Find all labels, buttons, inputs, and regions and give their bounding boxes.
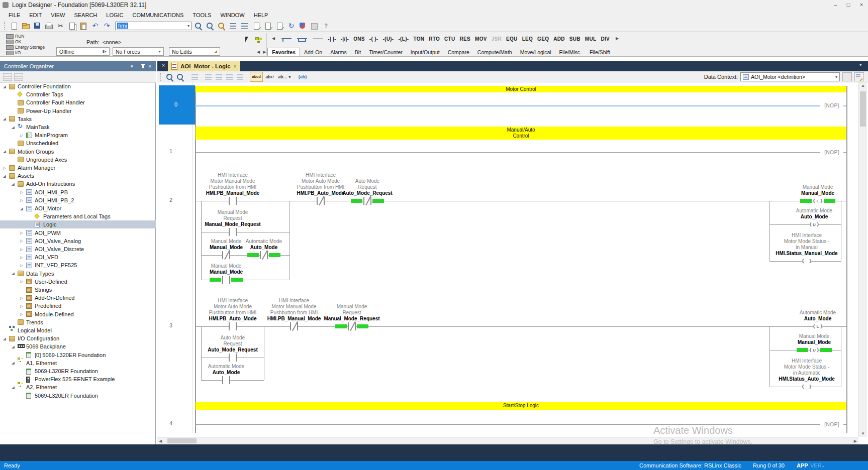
pin-icon[interactable]: [142, 64, 144, 68]
save-icon[interactable]: [32, 21, 43, 31]
instruction-equ[interactable]: EQU: [506, 36, 518, 42]
palette-tab-compare[interactable]: Compare: [444, 48, 473, 56]
path-value[interactable]: <none>: [103, 39, 121, 45]
tree-item-mainprogram[interactable]: ▷MainProgram: [0, 131, 156, 139]
copy-icon[interactable]: [67, 21, 77, 31]
tree-expanded-icon[interactable]: ◢: [11, 361, 16, 365]
scroll-left-icon[interactable]: ◀: [159, 439, 162, 443]
instruction-[interactable]: -| |-: [328, 36, 336, 42]
tree-item-unscheduled[interactable]: Unscheduled: [0, 139, 156, 147]
contact-no-hmi-pb-manual-mode[interactable]: [229, 197, 237, 205]
new-icon[interactable]: [9, 21, 20, 31]
toolbar-grip[interactable]: [160, 73, 163, 81]
contact-nc-hmi-pb-manual-mode[interactable]: [290, 322, 298, 330]
refresh-icon[interactable]: [286, 21, 297, 31]
instruction-mul[interactable]: MUL: [585, 36, 597, 42]
undo-icon[interactable]: [90, 21, 101, 31]
palette-tab-fileshift[interactable]: File/Shift: [586, 48, 614, 56]
scroll-right-icon[interactable]: ▶: [854, 439, 857, 443]
branch-icon[interactable]: [297, 36, 308, 42]
tree-expanded-icon[interactable]: ◢: [2, 336, 7, 341]
print-icon[interactable]: [44, 21, 54, 31]
tabs-scroll-left-icon[interactable]: ◀: [255, 48, 261, 56]
scrollbar-thumb[interactable]: [167, 438, 197, 443]
instruction-[interactable]: -( )-: [369, 36, 378, 42]
menu-item-window[interactable]: WINDOW: [216, 10, 249, 20]
verify-controller-icon[interactable]: [274, 21, 285, 31]
palette-tab-filemisc[interactable]: File/Misc.: [555, 48, 586, 56]
scroll-up-icon[interactable]: ▲: [861, 83, 865, 88]
coil-u-manual-mode[interactable]: U: [810, 346, 819, 354]
tree-item-a2-ethernet[interactable]: ◢A2, Ethernet: [0, 383, 156, 391]
tree-expanded-icon[interactable]: ◢: [2, 84, 7, 89]
options-icon[interactable]: [309, 21, 320, 31]
nop-instruction[interactable]: [NOP]: [820, 421, 843, 428]
edit-definition-button[interactable]: [854, 72, 864, 81]
tab-list-chevron-icon[interactable]: ▾: [859, 62, 862, 67]
tree-view-icon[interactable]: [240, 21, 250, 31]
tree-item-user-defined[interactable]: ▷User-Defined: [0, 278, 156, 286]
tag-display-dropdown[interactable]: ab… ▾: [277, 72, 292, 81]
organizer-options-icon[interactable]: [14, 73, 23, 81]
tree-item-add-on-instructions[interactable]: ◢Add-On Instructions: [0, 180, 156, 188]
tree-item-controller-fault-handler[interactable]: Controller Fault Handler: [0, 98, 156, 106]
scroll-down-icon[interactable]: ▼: [861, 431, 865, 436]
tree-item-logic[interactable]: Logic: [0, 220, 156, 228]
tree-item-ungrouped-axes[interactable]: Ungrouped Axes: [0, 156, 156, 164]
coil-l-auto-mode[interactable]: L: [813, 323, 822, 330]
rung-number[interactable]: 2: [157, 197, 184, 204]
selected-rung-number[interactable]: 0: [159, 85, 193, 125]
tree-item-motion-groups[interactable]: ◢Motion Groups: [0, 148, 156, 156]
palette-tab-bit[interactable]: Bit: [351, 48, 365, 56]
menu-item-edit[interactable]: EDIT: [25, 10, 46, 20]
tree-item-powerflex-525-eenet-example[interactable]: PowerFlex 525-EENET Example: [0, 375, 156, 383]
instruction-geq[interactable]: GEQ: [537, 36, 549, 42]
tree-expanded-icon[interactable]: ◢: [11, 125, 16, 130]
instruction-mov[interactable]: MOV: [475, 36, 487, 42]
tree-collapsed-icon[interactable]: ▷: [19, 133, 24, 138]
vertical-scrollbar[interactable]: ▲ ▼: [858, 82, 867, 437]
tree-collapsed-icon[interactable]: ▷: [19, 279, 24, 284]
maximize-button[interactable]: □: [842, 0, 855, 10]
instruction-div[interactable]: DIV: [601, 36, 610, 42]
tree-collapsed-icon[interactable]: ▷: [19, 312, 24, 316]
palette-scroll-right-icon[interactable]: ▶: [614, 35, 620, 43]
contact-nc-auto-mode-request[interactable]: [363, 197, 371, 205]
contact-nc-manual-mode-request[interactable]: [348, 322, 356, 330]
tree-item-aoi-pwm[interactable]: ▷AOI_PWM: [0, 229, 156, 237]
nop-instruction[interactable]: [NOP]: [820, 149, 843, 156]
menu-item-view[interactable]: VIEW: [46, 10, 69, 20]
contact-no-hmi-pb-auto-mode[interactable]: [229, 322, 237, 330]
zoom-in-icon[interactable]: +: [165, 72, 175, 81]
redo-icon[interactable]: [102, 21, 112, 31]
tree-item-parameters-and-local-tags[interactable]: Parameters and Local Tags: [0, 212, 156, 220]
tree-item-aoi-motor[interactable]: ◢AOI_Motor: [0, 204, 156, 212]
instruction-leq[interactable]: LEQ: [522, 36, 533, 42]
chevron-down-icon[interactable]: ▾: [187, 24, 191, 28]
expand-arrow-icon[interactable]: ▸: [159, 49, 161, 54]
help-icon[interactable]: [321, 21, 331, 31]
tab-group-close-icon[interactable]: ×: [160, 62, 167, 68]
tree-collapsed-icon[interactable]: ▷: [19, 304, 24, 308]
menu-item-search[interactable]: SEARCH: [69, 10, 102, 20]
coil-output-hmi-status-auto-mode[interactable]: [802, 383, 811, 390]
rung-comment-banner[interactable]: Manual/AutoControl: [196, 127, 846, 140]
tree-item-aoi-hmi-pb[interactable]: ▷AOI_HMI_PB: [0, 188, 156, 196]
palette-tab-timercounter[interactable]: Timer/Counter: [365, 48, 407, 56]
search-in-project-icon[interactable]: [217, 21, 227, 31]
shield-icon[interactable]: [298, 21, 308, 31]
verify-routine-icon[interactable]: [263, 21, 273, 31]
toggle-grid-icon[interactable]: [190, 72, 200, 81]
tree-collapsed-icon[interactable]: ▷: [19, 263, 24, 268]
search-input[interactable]: hmi: [117, 23, 128, 29]
add-rung-icon[interactable]: [225, 72, 235, 81]
tree-item-alarm-manager[interactable]: ▷Alarm Manager: [0, 164, 156, 172]
palette-tab-movelogical[interactable]: Move/Logical: [516, 48, 555, 56]
contact-nc-manual-mode[interactable]: [222, 251, 230, 259]
tree-expanded-icon[interactable]: ◢: [11, 182, 16, 186]
contact-no-manual-mode[interactable]: [222, 276, 230, 284]
tab-aoi-motor-logic[interactable]: AOI_Motor - Logic ×: [168, 61, 240, 71]
collapse-all-icon[interactable]: [3, 73, 12, 81]
palette-tab-favorites[interactable]: Favorites: [267, 48, 300, 56]
tree-collapsed-icon[interactable]: ▷: [19, 255, 24, 260]
